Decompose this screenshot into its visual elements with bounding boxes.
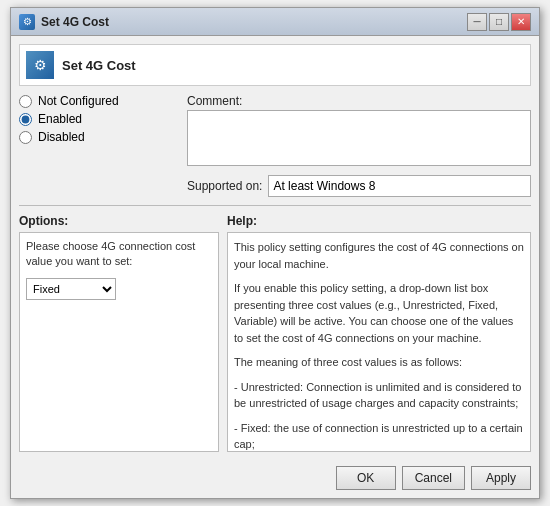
- dropdown-row: Unrestricted Fixed Variable: [26, 278, 212, 300]
- section-labels: Options: Help:: [19, 214, 531, 228]
- header-icon: ⚙: [26, 51, 54, 79]
- content-area: ⚙ Set 4G Cost Not Configured Enabled: [11, 36, 539, 498]
- two-col-layout: Please choose 4G connection cost value y…: [19, 232, 531, 452]
- main-window: ⚙ Set 4G Cost ─ □ ✕ ⚙ Set 4G Cost: [10, 7, 540, 499]
- supported-row: Supported on: At least Windows 8: [187, 175, 531, 197]
- button-row: OK Cancel Apply: [19, 460, 531, 490]
- help-para-5: - Fixed: the use of connection is unrest…: [234, 420, 524, 453]
- options-panel: Please choose 4G connection cost value y…: [19, 232, 219, 452]
- left-panel: Not Configured Enabled Disabled: [19, 94, 179, 197]
- help-para-3: The meaning of three cost values is as f…: [234, 354, 524, 371]
- ok-button[interactable]: OK: [336, 466, 396, 490]
- radio-not-configured[interactable]: Not Configured: [19, 94, 179, 108]
- supported-value: At least Windows 8: [268, 175, 531, 197]
- options-label: Options:: [19, 214, 68, 228]
- maximize-button[interactable]: □: [489, 13, 509, 31]
- apply-button[interactable]: Apply: [471, 466, 531, 490]
- options-description: Please choose 4G connection cost value y…: [26, 239, 212, 270]
- radio-disabled[interactable]: Disabled: [19, 130, 179, 144]
- help-para-1: This policy setting configures the cost …: [234, 239, 524, 272]
- supported-label: Supported on:: [187, 179, 262, 193]
- help-para-2: If you enable this policy setting, a dro…: [234, 280, 524, 346]
- radio-disabled-label: Disabled: [38, 130, 85, 144]
- help-panel: This policy setting configures the cost …: [227, 232, 531, 452]
- help-text: This policy setting configures the cost …: [234, 239, 524, 452]
- close-button[interactable]: ✕: [511, 13, 531, 31]
- radio-enabled-input[interactable]: [19, 113, 32, 126]
- window-icon: ⚙: [19, 14, 35, 30]
- minimize-button[interactable]: ─: [467, 13, 487, 31]
- radio-not-configured-input[interactable]: [19, 95, 32, 108]
- radio-disabled-input[interactable]: [19, 131, 32, 144]
- header-section: ⚙ Set 4G Cost: [19, 44, 531, 86]
- help-label: Help:: [227, 214, 257, 228]
- radio-enabled-label: Enabled: [38, 112, 82, 126]
- title-bar-buttons: ─ □ ✕: [467, 13, 531, 31]
- header-title: Set 4G Cost: [62, 58, 136, 73]
- window-title: Set 4G Cost: [41, 15, 109, 29]
- help-para-4: - Unrestricted: Connection is unlimited …: [234, 379, 524, 412]
- cancel-button[interactable]: Cancel: [402, 466, 465, 490]
- radio-enabled[interactable]: Enabled: [19, 112, 179, 126]
- main-layout: Not Configured Enabled Disabled Comme: [19, 94, 531, 197]
- right-panel: Comment: Supported on: At least Windows …: [187, 94, 531, 197]
- comment-label: Comment:: [187, 94, 531, 108]
- radio-not-configured-label: Not Configured: [38, 94, 119, 108]
- divider: [19, 205, 531, 206]
- cost-dropdown[interactable]: Unrestricted Fixed Variable: [26, 278, 116, 300]
- title-bar-left: ⚙ Set 4G Cost: [19, 14, 109, 30]
- title-bar: ⚙ Set 4G Cost ─ □ ✕: [11, 8, 539, 36]
- comment-textarea[interactable]: [187, 110, 531, 166]
- supported-text: At least Windows 8: [273, 179, 375, 193]
- radio-group: Not Configured Enabled Disabled: [19, 94, 179, 144]
